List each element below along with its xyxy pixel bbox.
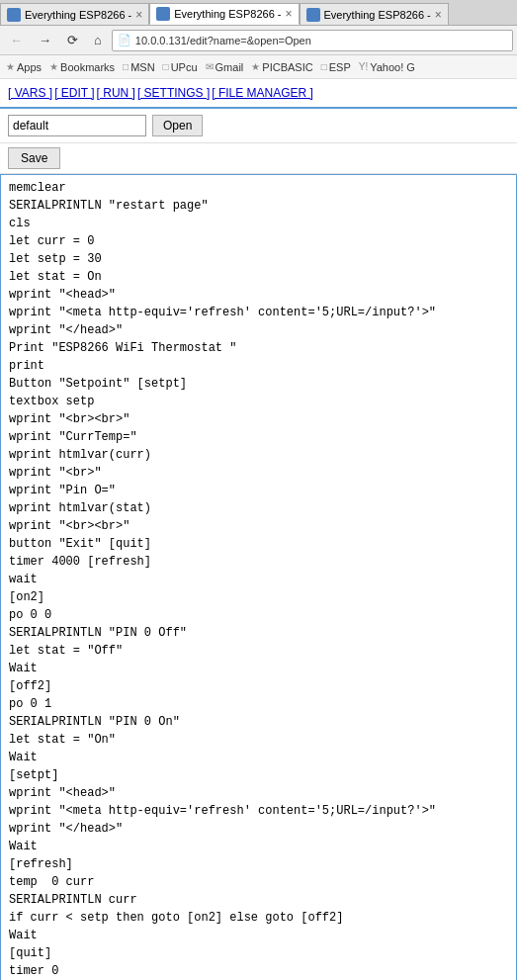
tab-title-1: Everything ESP8266 - <box>25 9 131 21</box>
home-button[interactable]: ⌂ <box>88 30 108 50</box>
yahoo-icon: Y! <box>359 61 368 72</box>
picbasic-icon: ★ <box>251 61 260 72</box>
esp-icon: □ <box>321 61 327 72</box>
tab-close-3[interactable]: × <box>435 8 442 22</box>
bookmark-apps[interactable]: ★ Apps <box>6 61 42 73</box>
browser-tab-2[interactable]: Everything ESP8266 - × <box>149 3 299 25</box>
tab-close-2[interactable]: × <box>285 7 292 21</box>
address-lock-icon: 📄 <box>118 34 131 46</box>
tab-favicon-2 <box>156 7 170 21</box>
forward-button[interactable]: → <box>33 30 57 50</box>
bookmark-yahoo[interactable]: Y! Yahoo! G <box>359 61 415 73</box>
save-row: Save <box>0 143 517 174</box>
filemanager-button[interactable]: [ FILE MANAGER ] <box>212 86 313 100</box>
bookmark-bookmarks-label: Bookmarks <box>60 61 115 73</box>
vars-button[interactable]: [ VARS ] <box>8 86 52 100</box>
msn-icon: □ <box>123 61 129 72</box>
save-button[interactable]: Save <box>8 147 60 169</box>
browser-tab-3[interactable]: Everything ESP8266 - × <box>300 3 449 25</box>
tab-close-1[interactable]: × <box>135 8 142 22</box>
refresh-button[interactable]: ⟳ <box>61 30 84 50</box>
open-button[interactable]: Open <box>152 115 203 136</box>
bookmark-picbasic[interactable]: ★ PICBASIC <box>251 61 312 73</box>
gmail-icon: ✉ <box>206 61 214 72</box>
code-editor[interactable]: memclear SERIALPRINTLN "restart page" cl… <box>0 174 517 980</box>
back-button[interactable]: ← <box>4 30 29 50</box>
nav-bar: ← → ⟳ ⌂ 📄 10.0.0.131/edit?name=&open=Ope… <box>0 26 517 55</box>
bookmark-esp-label: ESP <box>329 61 351 73</box>
bookmark-msn[interactable]: □ MSN <box>123 61 155 73</box>
upcu-icon: □ <box>163 61 169 72</box>
bookmark-upcu-label: UPcu <box>171 61 198 73</box>
file-open-row: Open <box>0 109 517 143</box>
bookmark-yahoo-label: Yahoo! G <box>370 61 415 73</box>
bookmark-upcu[interactable]: □ UPcu <box>163 61 198 73</box>
browser-tab-1[interactable]: Everything ESP8266 - × <box>0 3 149 25</box>
tab-title-2: Everything ESP8266 - <box>174 8 281 20</box>
tab-title-3: Everything ESP8266 - <box>324 9 431 21</box>
bookmark-gmail[interactable]: ✉ Gmail <box>206 61 244 73</box>
address-bar[interactable]: 📄 10.0.0.131/edit?name=&open=Open <box>112 30 513 51</box>
filename-input[interactable] <box>8 115 146 136</box>
browser-tabs: Everything ESP8266 - × Everything ESP826… <box>0 0 517 26</box>
bookmarks-bar: ★ Apps ★ Bookmarks □ MSN □ UPcu ✉ Gmail … <box>0 55 517 79</box>
app-toolbar: [ VARS ] [ EDIT ] [ RUN ] [ SETTINGS ] [… <box>0 79 517 109</box>
settings-button[interactable]: [ SETTINGS ] <box>137 86 210 100</box>
tab-favicon-1 <box>7 8 21 22</box>
bookmark-picbasic-label: PICBASIC <box>262 61 312 73</box>
edit-button[interactable]: [ EDIT ] <box>54 86 94 100</box>
bookmark-apps-label: Apps <box>17 61 42 73</box>
bookmark-bookmarks[interactable]: ★ Bookmarks <box>49 61 115 73</box>
bookmark-gmail-label: Gmail <box>215 61 244 73</box>
run-button[interactable]: [ RUN ] <box>97 86 135 100</box>
apps-icon: ★ <box>6 61 15 72</box>
address-text: 10.0.0.131/edit?name=&open=Open <box>135 35 311 46</box>
tab-favicon-3 <box>306 8 320 22</box>
bookmark-msn-label: MSN <box>130 61 154 73</box>
bookmark-esp[interactable]: □ ESP <box>321 61 351 73</box>
bookmarks-icon: ★ <box>49 61 58 72</box>
